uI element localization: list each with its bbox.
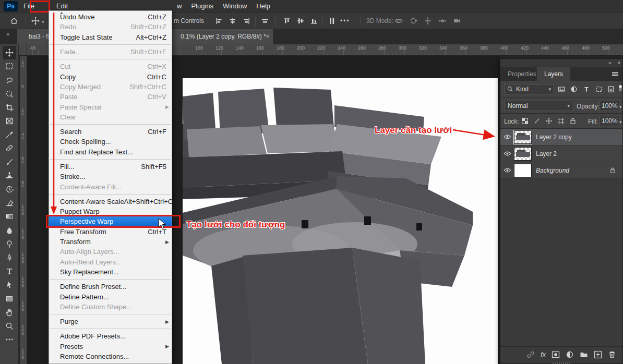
lock-transparent-icon[interactable] — [521, 117, 529, 125]
panel-menu-icon[interactable] — [611, 70, 619, 78]
type-tool[interactable] — [3, 264, 16, 278]
menu-item-copy[interactable]: CopyCtrl+C — [49, 71, 172, 81]
layer-name[interactable]: Layer 2 copy — [536, 134, 572, 141]
menu-item-toggle-last-state[interactable]: Toggle Last StateAlt+Ctrl+Z — [49, 32, 172, 42]
tab-close-icon[interactable]: × — [263, 32, 272, 40]
menu-item-sky-replacement[interactable]: Sky Replacement... — [49, 267, 172, 277]
filter-type-icon[interactable] — [583, 86, 590, 93]
filter-adjustment-icon[interactable] — [570, 86, 578, 93]
lock-artboard-icon[interactable] — [557, 117, 565, 125]
menubar-item-w[interactable]: w — [172, 0, 186, 13]
layer-name[interactable]: Layer 2 — [536, 150, 557, 157]
layer-row-layer-2[interactable]: Layer 2 — [500, 145, 622, 162]
align-right-icon[interactable] — [242, 17, 250, 25]
fill-input[interactable]: 100% — [600, 116, 619, 126]
menu-item-stroke[interactable]: Stroke... — [49, 172, 172, 181]
align-bottom-icon[interactable] — [310, 17, 318, 25]
menu-item-puppet-warp[interactable]: Puppet Warp — [49, 207, 172, 216]
layer-thumbnail[interactable] — [514, 130, 532, 144]
menu-item-define-pattern[interactable]: Define Pattern... — [49, 292, 172, 301]
delete-layer-icon[interactable] — [608, 350, 616, 359]
crop-tool[interactable] — [3, 101, 16, 114]
eyedropper-tool[interactable] — [3, 128, 16, 141]
lock-position-icon[interactable] — [545, 117, 553, 125]
tab-layers[interactable]: Layers — [537, 67, 570, 81]
healing-brush-tool[interactable] — [3, 141, 16, 155]
menu-item-check-spelling[interactable]: Check Spelling... — [49, 137, 172, 147]
menu-item-undo-move[interactable]: Undo MoveCtrl+Z — [49, 12, 172, 22]
layer-row-layer-2-copy[interactable]: Layer 2 copy — [500, 129, 622, 145]
3d-slide-icon[interactable] — [438, 17, 447, 25]
menu-item-purge[interactable]: Purge▶ — [49, 317, 172, 326]
opacity-input[interactable]: 100% — [600, 101, 619, 111]
filter-image-icon[interactable] — [558, 86, 565, 93]
shape-tool[interactable] — [3, 292, 16, 306]
clone-stamp-tool[interactable] — [3, 169, 16, 183]
menu-item-content-aware-scale[interactable]: Content-Aware ScaleAlt+Shift+Ctrl+C — [49, 197, 172, 207]
zoom-tool[interactable] — [3, 319, 16, 333]
align-center-icon[interactable] — [229, 17, 237, 25]
marquee-tool[interactable] — [3, 59, 16, 73]
blur-tool[interactable] — [3, 224, 16, 237]
menu-item-transform[interactable]: Transform▶ — [49, 237, 172, 247]
menu-item-find-and-replace-text[interactable]: Find and Replace Text... — [49, 147, 172, 157]
layer-thumbnail[interactable] — [514, 147, 532, 161]
chevron-down-icon[interactable]: ▾ — [42, 19, 44, 25]
vertical-ruler[interactable]: 20020406080100120140160180200220 — [20, 56, 27, 364]
object-selection-tool[interactable] — [3, 87, 16, 101]
align-middle-icon[interactable] — [296, 17, 305, 25]
collapse-panel-icon[interactable]: « — [608, 59, 612, 66]
eye-icon[interactable] — [500, 150, 514, 157]
align-h-icon[interactable] — [261, 17, 269, 25]
layer-row-background[interactable]: Background — [500, 162, 622, 179]
filter-smart-object-icon[interactable] — [607, 86, 615, 93]
dodge-tool[interactable] — [3, 237, 16, 251]
hand-tool[interactable] — [3, 306, 16, 319]
menu-item-define-brush-preset[interactable]: Define Brush Preset... — [49, 282, 172, 292]
3d-orbit-icon[interactable] — [394, 17, 403, 25]
filter-toggle-icon[interactable] — [617, 84, 623, 92]
layer-thumbnail[interactable] — [514, 164, 532, 177]
frame-tool[interactable] — [3, 114, 16, 128]
adjustment-layer-icon[interactable] — [566, 350, 574, 359]
menu-item-fill[interactable]: Fill...Shift+F5 — [49, 162, 172, 172]
opacity-scrubber-icon[interactable]: ▾ — [619, 104, 622, 110]
toolbar-expand-icon[interactable]: » — [6, 31, 9, 37]
history-brush-tool[interactable] — [3, 183, 16, 196]
menu-item-perspective-warp[interactable]: Perspective Warp — [49, 216, 172, 226]
menubar-item-window[interactable]: Window — [218, 0, 251, 13]
home-icon[interactable] — [10, 17, 18, 25]
path-select-tool[interactable] — [3, 278, 16, 292]
lasso-tool[interactable] — [3, 73, 16, 87]
menu-item-free-transform[interactable]: Free TransformCtrl+T — [49, 227, 172, 237]
menubar-item-help[interactable]: Help — [251, 0, 275, 13]
layer-name[interactable]: Background — [536, 167, 569, 174]
link-layers-icon[interactable] — [526, 350, 535, 359]
menu-item-search[interactable]: SearchCtrl+F — [49, 127, 172, 137]
more-tools[interactable] — [3, 333, 16, 346]
pen-tool[interactable] — [3, 251, 16, 264]
move-tool[interactable] — [3, 46, 16, 59]
blend-mode-select[interactable]: Normal ▾ — [504, 101, 573, 111]
distribute-icon[interactable] — [328, 17, 336, 25]
more-options-icon[interactable]: ••• — [340, 17, 350, 25]
lock-pixels-icon[interactable] — [533, 117, 541, 125]
layer-mask-icon[interactable] — [552, 350, 560, 359]
gradient-tool[interactable] — [3, 210, 16, 223]
filter-shape-icon[interactable] — [595, 86, 603, 93]
eye-icon[interactable] — [500, 133, 514, 141]
eraser-tool[interactable] — [3, 196, 16, 210]
brush-tool[interactable] — [3, 155, 16, 169]
menu-item-presets[interactable]: Presets▶ — [49, 342, 172, 351]
menu-item-remote-connections[interactable]: Remote Connections... — [49, 351, 172, 361]
eye-icon[interactable] — [500, 166, 514, 174]
filter-kind-select[interactable]: Kind ▾ — [504, 84, 554, 94]
layer-style-icon[interactable]: fx — [541, 350, 546, 358]
menu-item-adobe-pdf-presets[interactable]: Adobe PDF Presets... — [49, 331, 172, 341]
align-top-icon[interactable] — [283, 17, 291, 25]
lock-all-icon[interactable] — [569, 117, 577, 125]
fill-scrubber-icon[interactable]: ▾ — [619, 119, 622, 125]
menubar-item-plugins[interactable]: Plugins — [186, 0, 218, 13]
3d-roll-icon[interactable] — [409, 17, 417, 25]
new-group-icon[interactable] — [580, 350, 588, 359]
